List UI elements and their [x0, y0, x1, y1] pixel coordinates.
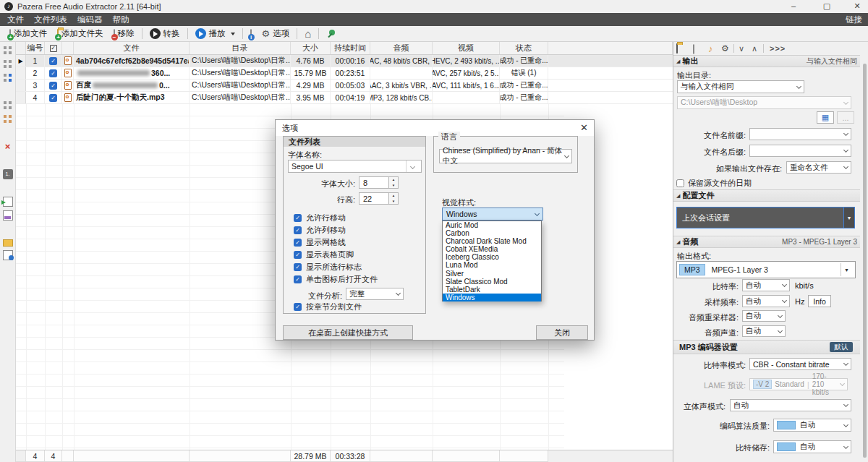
media-file-icon[interactable] — [64, 93, 72, 102]
renumber-list-icon[interactable]: 1. — [3, 169, 13, 179]
dropdown-arrow-icon[interactable]: ▼ — [841, 263, 852, 276]
media-file-icon[interactable] — [64, 56, 72, 65]
bitrate-mode-combo[interactable]: CBR - Constant bitrate — [749, 358, 851, 370]
file-name-cell[interactable]: 百度0... — [74, 80, 190, 91]
table-row[interactable]: ▶ 1 ✓ 4ab704c67efcf62b8e945d5417ea6679.m… — [16, 55, 673, 67]
panel-file-icon[interactable] — [693, 45, 694, 54]
style-option[interactable]: Silver — [443, 270, 541, 278]
col-header-check[interactable]: ✓ — [45, 42, 62, 54]
if-exists-combo[interactable]: 重命名文件 — [786, 161, 851, 174]
info-button[interactable]: Info — [808, 295, 831, 307]
minimize-button[interactable]: – — [783, 0, 804, 13]
col-header-duration[interactable]: 持续时间 — [331, 42, 370, 54]
menu-item-2[interactable]: 编码器 — [77, 14, 103, 25]
invert-selection-grid-icon[interactable] — [3, 73, 13, 83]
deselect-all-grid-icon[interactable] — [3, 59, 13, 69]
maximize-button[interactable]: ▢ — [816, 0, 838, 13]
style-option[interactable]: Iceberg Classico — [443, 253, 541, 261]
menu-item-0[interactable]: 文件 — [7, 14, 24, 25]
col-header-dir[interactable]: 目录 — [190, 42, 291, 54]
add-files-button[interactable]: + 添加文件 — [4, 27, 52, 41]
options-button[interactable]: ⚙ 选项 — [257, 27, 295, 41]
style-option[interactable]: Luna Mod — [443, 261, 541, 269]
file-info-button[interactable]: i — [245, 27, 257, 41]
quality-combo[interactable]: 自动 — [773, 419, 851, 432]
language-combo[interactable]: Chinese (Simplified) by Anan - 简体中文 — [439, 149, 572, 163]
audio-section-header[interactable]: ◢ 音频 MP3 - MPEG-1 Layer 3 — [673, 236, 860, 248]
panel-gear-icon[interactable]: ⚙ — [721, 43, 729, 54]
lame-preset-combo[interactable]: -V 2 Standard | 170-210 kbit/s — [749, 378, 848, 390]
browse-button[interactable]: ... — [837, 111, 854, 124]
row-checkbox[interactable]: ✓ — [49, 57, 57, 65]
col-header-num[interactable]: 编号 — [26, 42, 45, 54]
export-list-icon[interactable] — [3, 197, 13, 207]
table-row[interactable]: ▶ 2 ✓ 360... C:\Users\喵喵\Desktop\日常... 1… — [16, 67, 673, 80]
style-option[interactable]: Cobalt XEMedia — [443, 245, 541, 253]
sample-rate-combo[interactable]: 自动 — [742, 295, 790, 307]
dialog-checkbox-0[interactable]: ✓允许行移动 — [294, 213, 378, 223]
play-dropdown-arrow[interactable] — [231, 33, 235, 35]
style-option[interactable]: Slate Classico Mod — [443, 278, 541, 286]
table-header-row[interactable]: 编号 ✓ 文件 目录 大小 持续时间 音频 视频 状态 — [16, 42, 673, 55]
panel-folder-icon[interactable] — [676, 44, 678, 53]
dialog-checkbox-4[interactable]: ✓显示所选行标志 — [294, 262, 378, 272]
profile-section-header[interactable]: ◢ 配置文件 — [673, 189, 860, 202]
expand-sections-icon[interactable]: ∧ — [752, 44, 757, 54]
font-size-spinner[interactable]: 8 ▲▼ — [359, 176, 399, 189]
convert-button[interactable]: 转换 — [145, 27, 185, 41]
line-height-spinner[interactable]: 22 ▲▼ — [359, 192, 399, 205]
collapse-sections-icon[interactable]: ∨ — [739, 44, 744, 54]
dialog-checkbox-1[interactable]: ✓允许列移动 — [294, 226, 378, 235]
stereo-mode-combo[interactable]: 自动 — [730, 399, 851, 411]
table-row[interactable]: ▶ 3 ✓ 百度0... C:\Users\喵喵\Desktop\日常... 4… — [16, 80, 673, 92]
media-file-icon[interactable] — [64, 81, 72, 90]
table-row[interactable]: ▶ 4 ✓ 后陡门的夏-十个勤天.mp3 C:\Users\喵喵\Desktop… — [16, 92, 673, 104]
row-checkbox[interactable]: ✓ — [49, 69, 57, 77]
col-header-video[interactable]: 视频 — [433, 42, 500, 54]
close-button[interactable]: ✕ — [846, 0, 868, 13]
output-dir-combo[interactable]: 与输入文件相同 — [677, 80, 804, 93]
spinner-buttons[interactable]: ▲▼ — [389, 176, 399, 189]
split-chapters-checkbox[interactable]: ✓ 按章节分割文件 — [294, 302, 362, 312]
dialog-close-button[interactable]: 关闭 — [536, 325, 588, 340]
reservoir-combo[interactable]: 自动 — [773, 440, 851, 453]
style-option[interactable]: Windows — [443, 294, 541, 301]
open-folder-icon[interactable] — [3, 239, 13, 247]
remove-button[interactable]: − 移除 — [109, 27, 140, 41]
list-options-icon[interactable] — [3, 210, 13, 221]
file-name-cell[interactable]: 4ab704c67efcf62b8e945d5417ea6679.mp4 — [74, 55, 190, 67]
dialog-title-bar[interactable]: 选项 — [276, 120, 594, 136]
play-button[interactable]: 播放 — [190, 27, 240, 41]
remove-all-icon[interactable]: × — [3, 142, 13, 152]
row-checkbox[interactable]: ✓ — [49, 82, 57, 90]
bitrate-combo[interactable]: 自动 — [742, 279, 790, 291]
row-checkbox[interactable]: ✓ — [49, 94, 57, 102]
channels-combo[interactable]: 自动 — [742, 325, 786, 337]
style-option[interactable]: Charcoal Dark Slate Mod — [443, 237, 541, 245]
col-header-status[interactable]: 状态 — [500, 42, 548, 54]
menu-item-3[interactable]: 帮助 — [113, 14, 129, 25]
panel-scrollbar[interactable] — [863, 64, 867, 458]
dialog-checkbox-2[interactable]: ✓显示网格线 — [294, 238, 378, 247]
col-header-size[interactable]: 大小 — [291, 42, 331, 54]
media-file-icon[interactable] — [64, 69, 72, 77]
output-section-header[interactable]: ◢ 输出 与输入文件相同 — [673, 55, 860, 67]
col-header-file[interactable]: 文件 — [74, 42, 190, 54]
uncheck-all-grid-icon[interactable] — [3, 114, 13, 124]
resampler-combo[interactable]: 自动 — [742, 310, 786, 322]
select-all-grid-icon[interactable] — [3, 46, 13, 56]
dialog-close-icon[interactable]: ✕ — [580, 122, 588, 133]
dialog-checkbox-3[interactable]: ✓显示表格页脚 — [294, 250, 378, 260]
style-option[interactable]: Carbon — [443, 229, 541, 237]
expand-all-icon[interactable]: >>> — [770, 44, 786, 53]
style-option[interactable]: Auric Mod — [443, 221, 541, 229]
suffix-combo[interactable] — [749, 145, 851, 157]
col-header-icon[interactable] — [62, 42, 74, 54]
file-analysis-combo[interactable]: 完整 — [346, 288, 404, 300]
keep-date-checkbox[interactable]: 保留源文件的日期 — [676, 178, 752, 189]
prefix-combo[interactable] — [749, 128, 851, 140]
menu-item-1[interactable]: 文件列表 — [34, 14, 67, 25]
check-all-grid-icon[interactable] — [3, 100, 13, 111]
default-button[interactable]: 默认 — [830, 342, 853, 352]
homepage-button[interactable]: ⌂ — [299, 27, 316, 41]
